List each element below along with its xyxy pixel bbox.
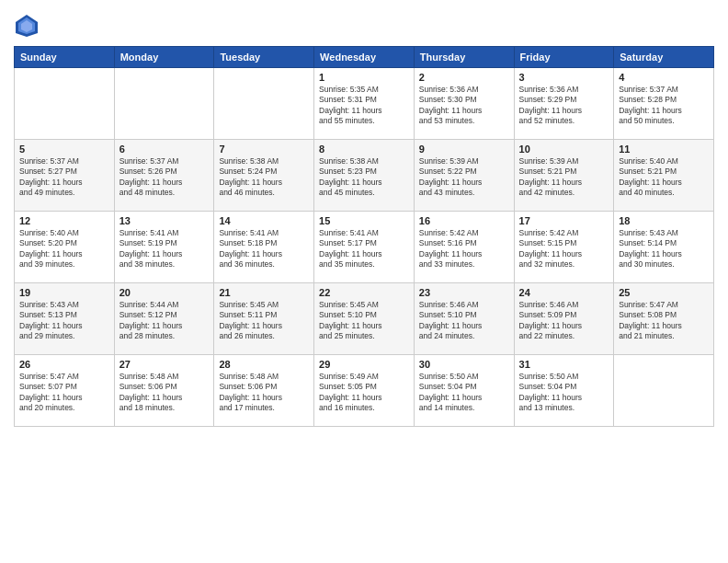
weekday-header-tuesday: Tuesday xyxy=(214,47,314,68)
day-info: Sunrise: 5:36 AM Sunset: 5:29 PM Dayligh… xyxy=(519,85,609,127)
day-number: 6 xyxy=(119,144,210,155)
day-info: Sunrise: 5:45 AM Sunset: 5:10 PM Dayligh… xyxy=(319,300,409,342)
weekday-header-sunday: Sunday xyxy=(15,47,115,68)
calendar-cell xyxy=(614,355,714,427)
day-number: 11 xyxy=(619,144,709,155)
day-info: Sunrise: 5:37 AM Sunset: 5:28 PM Dayligh… xyxy=(619,85,709,127)
calendar-cell: 29Sunrise: 5:49 AM Sunset: 5:05 PM Dayli… xyxy=(314,355,415,427)
weekday-header-friday: Friday xyxy=(514,47,614,68)
day-info: Sunrise: 5:37 AM Sunset: 5:26 PM Dayligh… xyxy=(119,156,210,199)
day-number: 15 xyxy=(319,215,409,226)
day-number: 14 xyxy=(219,215,309,226)
calendar-cell: 12Sunrise: 5:40 AM Sunset: 5:20 PM Dayli… xyxy=(15,212,115,283)
calendar-cell: 16Sunrise: 5:42 AM Sunset: 5:16 PM Dayli… xyxy=(414,212,514,283)
calendar-cell: 25Sunrise: 5:47 AM Sunset: 5:08 PM Dayli… xyxy=(614,283,714,355)
calendar-cell: 7Sunrise: 5:38 AM Sunset: 5:24 PM Daylig… xyxy=(214,140,314,212)
logo-icon xyxy=(14,13,40,39)
day-info: Sunrise: 5:45 AM Sunset: 5:11 PM Dayligh… xyxy=(219,300,309,342)
weekday-header-wednesday: Wednesday xyxy=(314,47,415,68)
day-number: 16 xyxy=(419,215,509,226)
day-info: Sunrise: 5:42 AM Sunset: 5:16 PM Dayligh… xyxy=(419,228,509,270)
day-info: Sunrise: 5:38 AM Sunset: 5:24 PM Dayligh… xyxy=(219,156,309,199)
day-number: 24 xyxy=(519,287,609,298)
calendar-cell: 4Sunrise: 5:37 AM Sunset: 5:28 PM Daylig… xyxy=(614,68,714,140)
day-info: Sunrise: 5:42 AM Sunset: 5:15 PM Dayligh… xyxy=(519,228,609,270)
calendar-cell: 8Sunrise: 5:38 AM Sunset: 5:23 PM Daylig… xyxy=(314,140,415,212)
day-number: 23 xyxy=(419,287,509,298)
day-number: 30 xyxy=(419,359,509,370)
calendar-week-3: 12Sunrise: 5:40 AM Sunset: 5:20 PM Dayli… xyxy=(15,212,714,283)
logo xyxy=(14,13,43,39)
calendar-cell: 6Sunrise: 5:37 AM Sunset: 5:26 PM Daylig… xyxy=(114,140,214,212)
day-info: Sunrise: 5:38 AM Sunset: 5:23 PM Dayligh… xyxy=(319,156,409,199)
day-number: 28 xyxy=(219,359,309,370)
calendar-cell xyxy=(114,68,214,140)
day-info: Sunrise: 5:48 AM Sunset: 5:06 PM Dayligh… xyxy=(119,372,210,414)
calendar-cell: 3Sunrise: 5:36 AM Sunset: 5:29 PM Daylig… xyxy=(514,68,614,140)
page-container: SundayMondayTuesdayWednesdayThursdayFrid… xyxy=(0,0,728,563)
day-number: 31 xyxy=(519,359,609,370)
calendar-cell: 11Sunrise: 5:40 AM Sunset: 5:21 PM Dayli… xyxy=(614,140,714,212)
day-info: Sunrise: 5:37 AM Sunset: 5:27 PM Dayligh… xyxy=(19,156,109,199)
calendar: SundayMondayTuesdayWednesdayThursdayFrid… xyxy=(14,46,714,427)
day-info: Sunrise: 5:43 AM Sunset: 5:13 PM Dayligh… xyxy=(19,300,109,342)
day-number: 20 xyxy=(119,287,210,298)
weekday-header-thursday: Thursday xyxy=(414,47,514,68)
day-info: Sunrise: 5:44 AM Sunset: 5:12 PM Dayligh… xyxy=(119,300,210,342)
calendar-cell: 1Sunrise: 5:35 AM Sunset: 5:31 PM Daylig… xyxy=(314,68,415,140)
day-number: 17 xyxy=(519,215,609,226)
weekday-header-saturday: Saturday xyxy=(614,47,714,68)
day-info: Sunrise: 5:47 AM Sunset: 5:08 PM Dayligh… xyxy=(619,300,709,342)
calendar-cell: 14Sunrise: 5:41 AM Sunset: 5:18 PM Dayli… xyxy=(214,212,314,283)
day-number: 8 xyxy=(319,144,409,155)
day-number: 2 xyxy=(419,72,509,83)
day-number: 22 xyxy=(319,287,409,298)
day-info: Sunrise: 5:39 AM Sunset: 5:21 PM Dayligh… xyxy=(519,156,609,199)
calendar-cell: 18Sunrise: 5:43 AM Sunset: 5:14 PM Dayli… xyxy=(614,212,714,283)
calendar-cell xyxy=(15,68,115,140)
calendar-cell: 21Sunrise: 5:45 AM Sunset: 5:11 PM Dayli… xyxy=(214,283,314,355)
calendar-cell: 28Sunrise: 5:48 AM Sunset: 5:06 PM Dayli… xyxy=(214,355,314,427)
calendar-cell: 9Sunrise: 5:39 AM Sunset: 5:22 PM Daylig… xyxy=(414,140,514,212)
day-info: Sunrise: 5:47 AM Sunset: 5:07 PM Dayligh… xyxy=(19,372,109,414)
calendar-cell xyxy=(214,68,314,140)
calendar-cell: 26Sunrise: 5:47 AM Sunset: 5:07 PM Dayli… xyxy=(15,355,115,427)
day-number: 4 xyxy=(619,72,709,83)
day-info: Sunrise: 5:50 AM Sunset: 5:04 PM Dayligh… xyxy=(419,372,509,414)
day-info: Sunrise: 5:41 AM Sunset: 5:17 PM Dayligh… xyxy=(319,228,409,270)
calendar-cell: 15Sunrise: 5:41 AM Sunset: 5:17 PM Dayli… xyxy=(314,212,415,283)
day-info: Sunrise: 5:49 AM Sunset: 5:05 PM Dayligh… xyxy=(319,372,409,414)
calendar-cell: 2Sunrise: 5:36 AM Sunset: 5:30 PM Daylig… xyxy=(414,68,514,140)
calendar-week-5: 26Sunrise: 5:47 AM Sunset: 5:07 PM Dayli… xyxy=(15,355,714,427)
calendar-cell: 17Sunrise: 5:42 AM Sunset: 5:15 PM Dayli… xyxy=(514,212,614,283)
day-info: Sunrise: 5:36 AM Sunset: 5:30 PM Dayligh… xyxy=(419,85,509,127)
calendar-week-4: 19Sunrise: 5:43 AM Sunset: 5:13 PM Dayli… xyxy=(15,283,714,355)
day-number: 25 xyxy=(619,287,709,298)
day-info: Sunrise: 5:35 AM Sunset: 5:31 PM Dayligh… xyxy=(319,85,409,127)
day-info: Sunrise: 5:46 AM Sunset: 5:09 PM Dayligh… xyxy=(519,300,609,342)
calendar-week-1: 1Sunrise: 5:35 AM Sunset: 5:31 PM Daylig… xyxy=(15,68,714,140)
day-number: 7 xyxy=(219,144,309,155)
day-number: 9 xyxy=(419,144,509,155)
day-info: Sunrise: 5:40 AM Sunset: 5:21 PM Dayligh… xyxy=(619,156,709,199)
day-info: Sunrise: 5:43 AM Sunset: 5:14 PM Dayligh… xyxy=(619,228,709,270)
day-number: 5 xyxy=(19,144,109,155)
day-number: 10 xyxy=(519,144,609,155)
day-info: Sunrise: 5:48 AM Sunset: 5:06 PM Dayligh… xyxy=(219,372,309,414)
day-info: Sunrise: 5:41 AM Sunset: 5:18 PM Dayligh… xyxy=(219,228,309,270)
calendar-cell: 30Sunrise: 5:50 AM Sunset: 5:04 PM Dayli… xyxy=(414,355,514,427)
day-number: 29 xyxy=(319,359,409,370)
calendar-cell: 31Sunrise: 5:50 AM Sunset: 5:04 PM Dayli… xyxy=(514,355,614,427)
calendar-cell: 10Sunrise: 5:39 AM Sunset: 5:21 PM Dayli… xyxy=(514,140,614,212)
day-number: 21 xyxy=(219,287,309,298)
day-number: 3 xyxy=(519,72,609,83)
calendar-cell: 23Sunrise: 5:46 AM Sunset: 5:10 PM Dayli… xyxy=(414,283,514,355)
calendar-cell: 13Sunrise: 5:41 AM Sunset: 5:19 PM Dayli… xyxy=(114,212,214,283)
calendar-cell: 24Sunrise: 5:46 AM Sunset: 5:09 PM Dayli… xyxy=(514,283,614,355)
day-number: 12 xyxy=(19,215,109,226)
weekday-header-monday: Monday xyxy=(114,47,214,68)
day-number: 13 xyxy=(119,215,210,226)
calendar-week-2: 5Sunrise: 5:37 AM Sunset: 5:27 PM Daylig… xyxy=(15,140,714,212)
calendar-cell: 20Sunrise: 5:44 AM Sunset: 5:12 PM Dayli… xyxy=(114,283,214,355)
day-number: 1 xyxy=(319,72,409,83)
